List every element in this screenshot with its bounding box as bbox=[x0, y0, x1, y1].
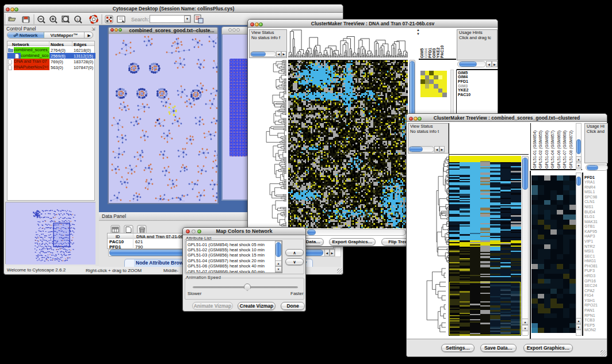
svg-text:1:1: 1:1 bbox=[76, 18, 81, 21]
